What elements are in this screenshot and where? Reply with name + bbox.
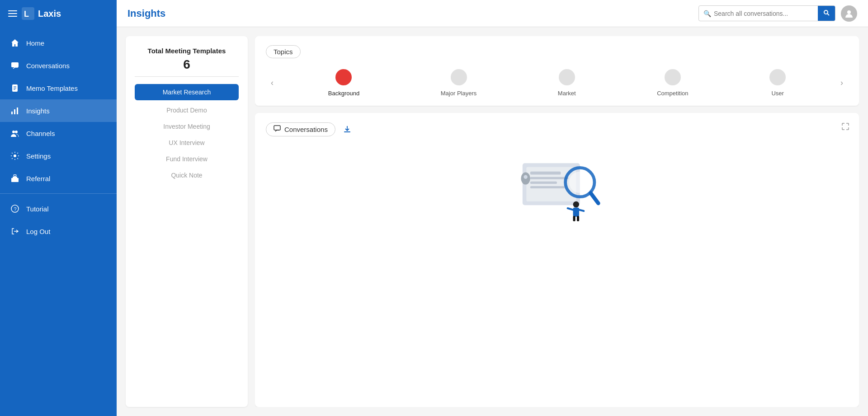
conversations-title-btn[interactable]: Conversations xyxy=(266,122,335,136)
sidebar-label-tutorial: Tutorial xyxy=(26,205,48,213)
topics-title: Topics xyxy=(266,45,301,58)
sidebar-item-referral[interactable]: Referral xyxy=(0,167,117,190)
sidebar-label-memo-templates: Memo Templates xyxy=(26,84,78,92)
search-input[interactable] xyxy=(714,10,813,17)
svg-text:?: ? xyxy=(14,206,17,212)
topbar: Insights 🔍 xyxy=(117,0,868,27)
main-content: Insights 🔍 Total Meeting Templates 6 Mar… xyxy=(117,0,868,416)
prev-arrow[interactable]: ‹ xyxy=(266,77,278,89)
sidebar-nav: Home Conversations Memo Templates Insigh… xyxy=(0,27,117,416)
chat-icon xyxy=(10,61,20,70)
user-avatar[interactable] xyxy=(841,5,857,22)
svg-rect-7 xyxy=(11,112,13,114)
svg-line-37 xyxy=(568,208,573,210)
gift-icon xyxy=(10,173,20,183)
svg-rect-36 xyxy=(577,216,579,221)
hamburger-menu[interactable] xyxy=(8,10,17,17)
empty-state-svg xyxy=(507,145,607,227)
topic-circle-major-players xyxy=(451,69,467,85)
topic-circle-market xyxy=(559,69,575,85)
topic-item-market[interactable]: Market xyxy=(558,69,576,97)
svg-rect-21 xyxy=(344,131,350,132)
expand-button[interactable] xyxy=(841,122,850,133)
sidebar-item-logout[interactable]: Log Out xyxy=(0,220,117,243)
svg-point-29 xyxy=(524,175,527,178)
topic-label-market: Market xyxy=(558,90,576,97)
conversations-header: Conversations xyxy=(266,122,848,136)
svg-rect-24 xyxy=(530,172,561,175)
svg-line-32 xyxy=(590,193,598,203)
topic-item-background[interactable]: Background xyxy=(328,69,359,97)
laxis-logo-icon: L xyxy=(22,7,34,20)
templates-panel: Total Meeting Templates 6 Market Researc… xyxy=(126,36,248,407)
sidebar-label-logout: Log Out xyxy=(26,228,50,235)
topic-item-user[interactable]: User xyxy=(769,69,786,97)
svg-point-33 xyxy=(573,201,580,208)
svg-point-11 xyxy=(15,131,18,133)
sidebar-item-memo-templates[interactable]: Memo Templates xyxy=(0,77,117,99)
search-input-wrap: 🔍 xyxy=(699,10,818,17)
right-panel: Topics ‹ Background Major Players xyxy=(255,36,859,407)
svg-line-38 xyxy=(579,210,584,211)
people-icon xyxy=(10,128,20,138)
empty-illustration xyxy=(266,145,848,227)
bar-chart-icon xyxy=(10,106,20,116)
svg-rect-34 xyxy=(573,207,580,216)
svg-text:L: L xyxy=(24,9,29,19)
svg-rect-9 xyxy=(17,108,18,114)
template-item-product-demo[interactable]: Product Demo xyxy=(135,102,239,118)
search-icon: 🔍 xyxy=(703,10,711,17)
sidebar-item-insights[interactable]: Insights xyxy=(0,99,117,122)
svg-rect-26 xyxy=(530,182,557,184)
template-item-ux-interview[interactable]: UX Interview xyxy=(135,135,239,151)
sidebar-item-home[interactable]: Home xyxy=(0,32,117,54)
topics-carousel: ‹ Background Major Players xyxy=(266,69,848,97)
topics-list: Background Major Players Market xyxy=(278,69,835,97)
template-item-quick-note[interactable]: Quick Note xyxy=(135,167,239,183)
svg-point-17 xyxy=(824,10,828,14)
svg-rect-35 xyxy=(573,216,576,221)
svg-rect-25 xyxy=(530,177,569,179)
sidebar-label-insights: Insights xyxy=(26,107,50,115)
svg-rect-13 xyxy=(11,178,19,182)
page-title: Insights xyxy=(127,8,693,19)
topic-circle-competition xyxy=(665,69,681,85)
svg-point-31 xyxy=(569,172,590,193)
next-arrow[interactable]: › xyxy=(835,77,848,89)
gear-icon xyxy=(10,151,20,161)
template-item-fund-interview[interactable]: Fund Interview xyxy=(135,151,239,167)
sidebar-item-channels[interactable]: Channels xyxy=(0,122,117,145)
topic-item-major-players[interactable]: Major Players xyxy=(441,69,476,97)
sidebar-item-tutorial[interactable]: ? Tutorial xyxy=(0,197,117,220)
svg-point-12 xyxy=(14,154,16,157)
nav-divider xyxy=(0,193,117,194)
brand-name: Laxis xyxy=(38,9,61,19)
topic-circle-user xyxy=(769,69,786,85)
logout-icon xyxy=(10,226,20,236)
svg-point-10 xyxy=(12,131,15,133)
sidebar-item-conversations[interactable]: Conversations xyxy=(0,54,117,77)
sidebar-label-referral: Referral xyxy=(26,175,50,182)
template-item-investor-meeting[interactable]: Investor Meeting xyxy=(135,118,239,135)
sidebar-item-settings[interactable]: Settings xyxy=(0,145,117,167)
conversations-title: Conversations xyxy=(284,126,328,133)
topic-item-competition[interactable]: Competition xyxy=(657,69,688,97)
template-item-market-research[interactable]: Market Research xyxy=(135,84,239,100)
conversations-card: Conversations xyxy=(255,113,859,407)
templates-divider xyxy=(135,76,239,77)
topic-circle-background xyxy=(335,69,352,85)
search-button[interactable] xyxy=(818,6,835,21)
templates-count-label: Total Meeting Templates xyxy=(135,47,239,55)
logo-area: L Laxis xyxy=(22,7,61,20)
topics-card: Topics ‹ Background Major Players xyxy=(255,36,859,106)
topic-label-major-players: Major Players xyxy=(441,90,476,97)
sidebar-label-home: Home xyxy=(26,39,44,47)
document-icon xyxy=(10,83,20,93)
topic-label-user: User xyxy=(771,90,783,97)
topics-header: Topics xyxy=(266,45,848,58)
download-button[interactable] xyxy=(340,122,354,136)
sidebar-header: L Laxis xyxy=(0,0,117,27)
question-icon: ? xyxy=(10,204,20,214)
chat-bubble-icon xyxy=(274,125,281,134)
topic-label-competition: Competition xyxy=(657,90,688,97)
